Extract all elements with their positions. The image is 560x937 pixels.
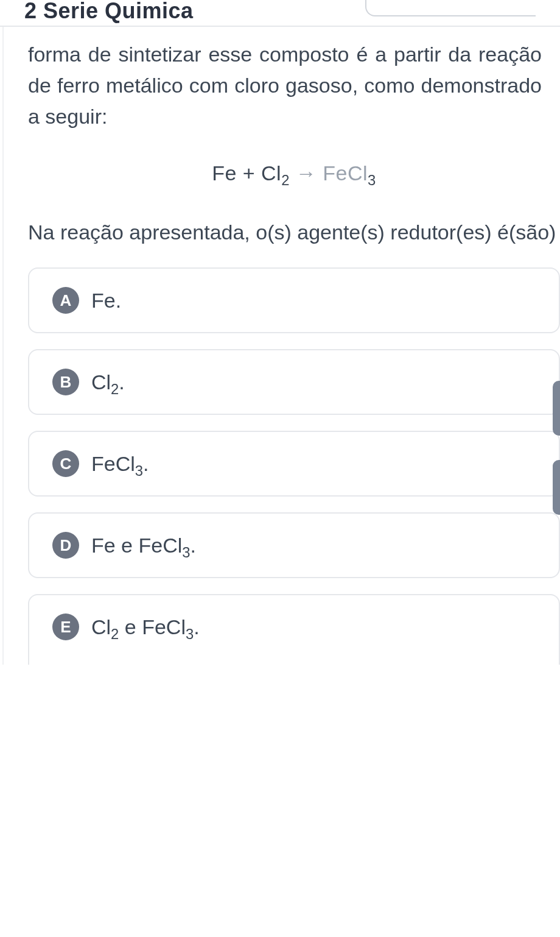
option-badge-a: A [52,287,79,314]
option-d[interactable]: D Fe e FeCl3. [28,512,560,578]
option-b[interactable]: B Cl2. [28,349,560,415]
reaction-equation: Fe + Cl2 → FeCl3 [28,161,560,185]
question-prompt: Na reação apresentada, o(s) agente(s) re… [28,217,560,248]
option-b-pre: Cl [91,370,111,394]
option-text-e: Cl2 e FeCl3. [91,615,200,639]
options-list: A Fe. B Cl2. C FeCl3. D Fe e FeCl3. E Cl… [28,267,560,665]
search-input[interactable] [365,0,536,16]
option-a[interactable]: A Fe. [28,267,560,333]
option-badge-b: B [52,369,79,395]
option-e-post: . [194,615,199,638]
top-bar: 2 Serie Quimica [0,0,560,27]
option-e-sub2: 3 [186,625,194,642]
option-c-post: . [143,452,149,475]
option-text-a: Fe. [91,289,121,313]
option-d-sub: 3 [182,543,190,560]
option-d-post: . [191,534,196,557]
reaction-sub1: 2 [281,172,290,188]
reaction-lhs: Fe + Cl [212,161,281,185]
breadcrumb: 2 Serie Quimica [24,8,194,14]
option-text-d: Fe e FeCl3. [91,534,196,557]
question-content: forma de sintetizar esse composto é a pa… [2,27,560,665]
option-badge-d: D [52,532,79,559]
option-text-c: FeCl3. [91,452,149,476]
option-badge-e: E [52,613,79,640]
option-badge-c: C [52,450,79,477]
option-e-sub1: 2 [111,625,119,642]
question-paragraph: forma de sintetizar esse composto é a pa… [28,39,560,132]
side-tab-1[interactable] [553,381,560,436]
option-text-b: Cl2. [91,370,125,394]
option-c-sub: 3 [135,462,143,478]
option-e-pre1: Cl [91,615,111,638]
option-d-pre: Fe e FeCl [91,534,182,557]
option-b-post: . [119,370,124,394]
option-c[interactable]: C FeCl3. [28,431,560,497]
side-tab-2[interactable] [553,460,560,515]
option-e-mid: e FeCl [119,615,186,638]
reaction-sub2: 3 [368,172,376,188]
option-e[interactable]: E Cl2 e FeCl3. [28,594,560,665]
side-tabs [553,381,560,515]
option-b-sub: 2 [111,380,119,397]
option-c-pre: FeCl [91,452,135,475]
reaction-arrow: → FeCl [290,161,368,185]
